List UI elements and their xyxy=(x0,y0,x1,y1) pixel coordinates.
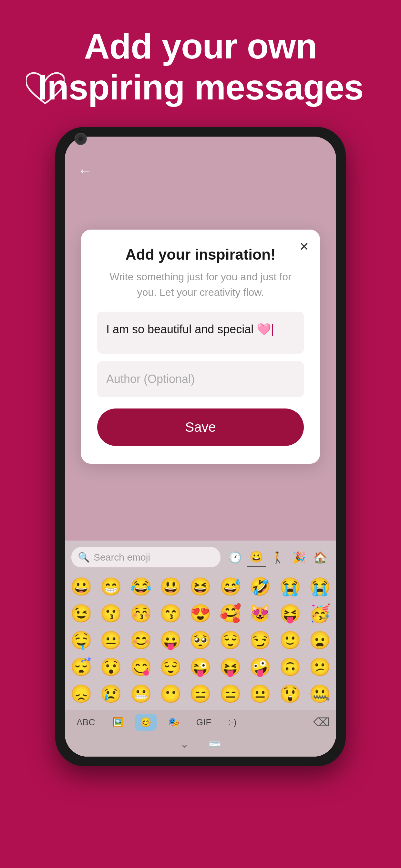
phone-screen: ← × Add your inspiration! Write somethin… xyxy=(65,136,336,756)
text-cursor xyxy=(272,324,273,336)
phone-frame: ← × Add your inspiration! Write somethin… xyxy=(55,127,346,766)
emoji-no-mouth[interactable]: 😶 xyxy=(156,680,185,707)
keyboard-abc-button[interactable]: ABC xyxy=(71,714,100,731)
emoji-slightly-smile[interactable]: 🙂 xyxy=(275,627,305,654)
emoji-cry[interactable]: 😢 xyxy=(96,680,126,707)
emoji-zany[interactable]: 🤪 xyxy=(245,654,275,680)
emoji-grinning[interactable]: 😀 xyxy=(66,573,96,600)
modal-close-button[interactable]: × xyxy=(300,239,309,254)
inspiration-modal: × Add your inspiration! Write something … xyxy=(81,229,320,464)
emoji-keyboard: 🔍 Search emoji 🕐 😀 🚶 🎉 🏠 😀 😁 xyxy=(65,540,336,756)
emoji-squinting-tongue[interactable]: 😝 xyxy=(215,654,245,680)
emoji-relieved2[interactable]: 😌 xyxy=(156,654,185,680)
emoji-slightly-smiling[interactable]: 😊 xyxy=(126,627,156,654)
keyboard-collapse-icon[interactable]: ⌄ xyxy=(180,738,189,750)
tab-objects[interactable]: 🏠 xyxy=(311,548,330,566)
keyboard-gif-sticker-button[interactable]: 🎭 xyxy=(163,714,185,731)
emoji-expressionless[interactable]: 😑 xyxy=(186,680,215,707)
emoji-partying[interactable]: 🥳 xyxy=(305,600,335,627)
emoji-neutral2[interactable]: 😐 xyxy=(245,680,275,707)
emoji-smiling-hearts[interactable]: 🥰 xyxy=(215,600,245,627)
keyboard-layout-icon[interactable]: ⌨️ xyxy=(208,738,221,750)
phone-wrapper: ← × Add your inspiration! Write somethin… xyxy=(0,127,401,766)
emoji-loudly-crying[interactable]: 😭 xyxy=(275,573,305,600)
emoji-confused[interactable]: 😦 xyxy=(305,627,335,654)
keyboard-footer: ⌄ ⌨️ xyxy=(65,735,336,756)
emoji-crying-loudly[interactable]: 😭 xyxy=(305,573,335,600)
emoji-disappointed[interactable]: 😞 xyxy=(66,680,96,707)
emoji-rofl[interactable]: 🤣 xyxy=(245,573,275,600)
emoji-laugh[interactable]: 😆 xyxy=(186,573,215,600)
emoji-search-box[interactable]: 🔍 Search emoji xyxy=(71,547,220,567)
search-icon: 🔍 xyxy=(78,552,90,563)
keyboard-bottom-bar: ABC 🖼️ 😊 🎭 GIF :-) ⌫ xyxy=(65,710,336,735)
emoji-sweat-smile[interactable]: 😅 xyxy=(215,573,245,600)
emoji-sleeping[interactable]: 😴 xyxy=(66,654,96,680)
emoji-grid: 😀 😁 😂 😃 😆 😅 🤣 😭 😭 😉 😗 😚 😙 😍 🥰 xyxy=(65,570,336,710)
emoji-wink[interactable]: 😉 xyxy=(66,600,96,627)
inspiration-text-input[interactable]: I am so beautiful and special 🩷 xyxy=(97,312,304,353)
emoji-grimacing[interactable]: 😬 xyxy=(126,680,156,707)
emoji-stuck-tongue-wink[interactable]: 😝 xyxy=(275,600,305,627)
emoji-pleading[interactable]: 🥺 xyxy=(186,627,215,654)
emoji-joy[interactable]: 😂 xyxy=(126,573,156,600)
emoji-hushed[interactable]: 😯 xyxy=(96,654,126,680)
emoji-stuck-tongue[interactable]: 😛 xyxy=(156,627,185,654)
header-section: Add your own Inspiring messages xyxy=(0,0,401,120)
emoji-kissing[interactable]: 😗 xyxy=(96,600,126,627)
keyboard-emoji-button[interactable]: 😊 xyxy=(135,714,157,731)
keyboard-emoticon-button[interactable]: :-) xyxy=(223,714,242,731)
emoji-expressionless2[interactable]: 😑 xyxy=(215,680,245,707)
emoji-neutral[interactable]: 😐 xyxy=(96,627,126,654)
emoji-yum[interactable]: 😋 xyxy=(126,654,156,680)
emoji-upside-down[interactable]: 🙃 xyxy=(275,654,305,680)
modal-subtitle: Write something just for you and just fo… xyxy=(97,269,304,300)
emoji-kissing-smiling[interactable]: 😙 xyxy=(156,600,185,627)
emoji-heart-eyes[interactable]: 😍 xyxy=(186,600,215,627)
keyboard-gif-button[interactable]: GIF xyxy=(191,714,217,731)
emoji-winking-tongue[interactable]: 😜 xyxy=(186,654,215,680)
tab-people[interactable]: 🚶 xyxy=(268,548,287,566)
tab-emoji[interactable]: 😀 xyxy=(247,548,266,567)
keyboard-delete-button[interactable]: ⌫ xyxy=(313,716,330,729)
heart-decoration xyxy=(26,71,65,110)
header-title: Add your own Inspiring messages xyxy=(19,26,382,107)
modal-overlay: × Add your inspiration! Write something … xyxy=(65,136,336,531)
emoji-drooling[interactable]: 🤤 xyxy=(66,627,96,654)
author-placeholder: Author (Optional) xyxy=(106,372,195,386)
emoji-relieved[interactable]: 😌 xyxy=(215,627,245,654)
save-button[interactable]: Save xyxy=(97,408,304,446)
tab-activity[interactable]: 🎉 xyxy=(289,548,308,566)
emoji-kissing-closed[interactable]: 😚 xyxy=(126,600,156,627)
keyboard-category-tabs: 🕐 😀 🚶 🎉 🏠 xyxy=(226,548,330,567)
emoji-heart-cat[interactable]: 😻 xyxy=(245,600,275,627)
emoji-smirk[interactable]: 😏 xyxy=(245,627,275,654)
modal-title: Add your inspiration! xyxy=(97,246,304,263)
tab-recent[interactable]: 🕐 xyxy=(226,548,244,566)
emoji-worried[interactable]: 😕 xyxy=(305,654,335,680)
search-placeholder: Search emoji xyxy=(94,552,150,563)
keyboard-search-row: 🔍 Search emoji 🕐 😀 🚶 🎉 🏠 xyxy=(65,540,336,570)
author-input[interactable]: Author (Optional) xyxy=(97,361,304,397)
keyboard-sticker-button[interactable]: 🖼️ xyxy=(107,714,128,731)
emoji-grin[interactable]: 😃 xyxy=(156,573,185,600)
emoji-zipper-mouth[interactable]: 🤐 xyxy=(305,680,335,707)
emoji-astonished[interactable]: 😲 xyxy=(275,680,305,707)
emoji-beaming[interactable]: 😁 xyxy=(96,573,126,600)
